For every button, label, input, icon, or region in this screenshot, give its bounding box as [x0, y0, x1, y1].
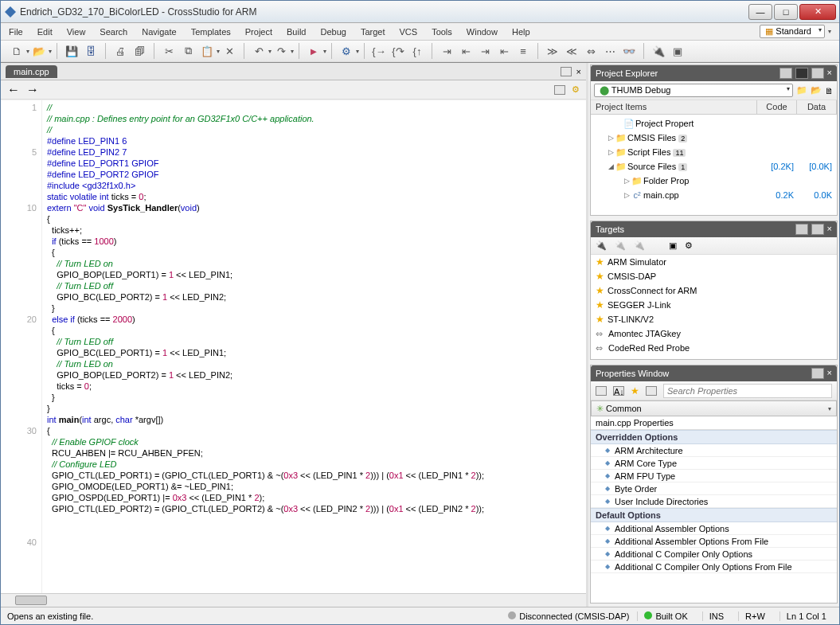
- tree-row[interactable]: ▷c²main.cpp0.2K0.0K: [591, 188, 837, 202]
- target-row[interactable]: ★CrossConnect for ARM: [591, 283, 837, 298]
- minimize-button[interactable]: —: [748, 4, 772, 20]
- format-icon[interactable]: ≡: [516, 44, 530, 58]
- tree-row[interactable]: 📄Project Propert: [591, 116, 837, 131]
- props-group[interactable]: Overridden Options: [591, 430, 837, 444]
- props-group[interactable]: Default Options: [591, 508, 837, 522]
- editor-opt2-icon[interactable]: ⚙: [572, 84, 580, 95]
- tg-tool1-icon[interactable]: 🔌: [596, 240, 607, 251]
- cut-icon[interactable]: ✂: [162, 44, 176, 58]
- props-row[interactable]: Additional Assembler Options From File: [591, 535, 837, 548]
- code-content[interactable]: //// main.cpp : Defines entry point for …: [42, 100, 586, 593]
- tree-row[interactable]: ▷📁Script Files 11: [591, 145, 837, 159]
- layout-combo[interactable]: ▦ Standard: [760, 25, 825, 38]
- horizontal-scrollbar[interactable]: [1, 593, 586, 607]
- props-row[interactable]: ARM Core Type: [591, 457, 837, 470]
- menu-templates[interactable]: Templates: [191, 27, 231, 37]
- outdent2-icon[interactable]: ⇤: [497, 44, 511, 58]
- props-row[interactable]: Additional Assembler Options: [591, 522, 837, 535]
- target-row[interactable]: ★CMSIS-DAP: [591, 269, 837, 283]
- copy-icon[interactable]: ⧉: [181, 44, 195, 58]
- outdent-icon[interactable]: ⇤: [459, 44, 473, 58]
- props-row[interactable]: Additional C Compiler Only Options From …: [591, 561, 837, 573]
- target-row[interactable]: ⇔Amontec JTAGkey: [591, 326, 837, 341]
- col-items[interactable]: Project Items: [591, 100, 757, 114]
- col-data[interactable]: Data: [797, 100, 837, 114]
- pe-btn2-icon[interactable]: [795, 68, 808, 79]
- properties-scope-combo[interactable]: ✳ Common ▾: [591, 400, 837, 416]
- redo-icon[interactable]: ↷: [274, 44, 288, 58]
- pr-grid-icon[interactable]: [646, 386, 657, 396]
- config-combo[interactable]: ⬤ THUMB Debug: [594, 84, 793, 97]
- pe-tool1-icon[interactable]: 📁: [796, 85, 807, 96]
- pe-btn1-icon[interactable]: [779, 68, 792, 79]
- save-all-icon[interactable]: 🗄: [84, 44, 98, 58]
- tab-close-icon[interactable]: ×: [576, 67, 581, 76]
- delete-icon[interactable]: ✕: [222, 44, 236, 58]
- step-out-icon[interactable]: {↑: [410, 44, 424, 58]
- nav-back-icon[interactable]: ←: [7, 83, 20, 97]
- tg-tool5-icon[interactable]: ⚙: [685, 240, 693, 251]
- menu-project[interactable]: Project: [245, 27, 272, 37]
- pe-close-icon[interactable]: ×: [827, 68, 832, 79]
- target-row[interactable]: ⇔CodeRed Red Probe: [591, 341, 837, 355]
- tree-row[interactable]: ▷📁CMSIS Files 2: [591, 131, 837, 145]
- nav2-icon[interactable]: ≪: [565, 44, 579, 58]
- pe-tool2-icon[interactable]: 📂: [811, 85, 822, 96]
- pe-tool3-icon[interactable]: 🗎: [825, 86, 834, 96]
- nav4-icon[interactable]: ⋯: [603, 44, 617, 58]
- target-row[interactable]: ★ARM Simulator: [591, 255, 837, 269]
- paste-icon[interactable]: 📋: [200, 44, 214, 58]
- tg-close-icon[interactable]: ×: [827, 224, 832, 235]
- pr-star-icon[interactable]: ★: [631, 385, 639, 396]
- tg-tool4-icon[interactable]: ▣: [669, 240, 677, 251]
- new-file-icon[interactable]: 🗋: [10, 44, 24, 58]
- pe-btn3-icon[interactable]: [811, 68, 824, 79]
- nav1-icon[interactable]: ≫: [545, 44, 560, 58]
- print-icon[interactable]: 🖨: [113, 44, 127, 58]
- close-button[interactable]: ✕: [799, 4, 836, 20]
- props-row[interactable]: Byte Order: [591, 482, 837, 495]
- editor-tab[interactable]: main.cpp: [6, 65, 57, 78]
- pr-btn1-icon[interactable]: [811, 368, 824, 379]
- chip-icon[interactable]: ▣: [670, 44, 685, 58]
- tree-row[interactable]: ◢📁Source Files 1[0.2K][0.0K]: [591, 159, 837, 174]
- target-row[interactable]: ★ST-LINK/V2: [591, 312, 837, 326]
- bookmark-icon[interactable]: ►: [307, 44, 321, 58]
- menu-overflow-icon[interactable]: ▾: [828, 28, 831, 35]
- tg-tool2-icon[interactable]: 🔌: [615, 240, 626, 251]
- col-code[interactable]: Code: [757, 100, 797, 114]
- build-icon[interactable]: ⚙: [339, 44, 354, 58]
- target-row[interactable]: ★SEGGER J-Link: [591, 298, 837, 312]
- print-preview-icon[interactable]: 🗐: [132, 44, 147, 58]
- tab-control-icon[interactable]: [561, 67, 572, 76]
- scrollbar-thumb[interactable]: [15, 596, 47, 605]
- tree-row[interactable]: ▷📁Folder Prop: [591, 174, 837, 188]
- glasses-icon[interactable]: 👓: [622, 44, 636, 58]
- menu-build[interactable]: Build: [287, 27, 306, 37]
- indent2-icon[interactable]: ⇥: [478, 44, 492, 58]
- nav-forward-icon[interactable]: →: [26, 83, 39, 97]
- tg-btn1-icon[interactable]: [795, 224, 808, 235]
- menu-vcs[interactable]: VCS: [400, 27, 418, 37]
- menu-target[interactable]: Target: [361, 27, 385, 37]
- menu-tools[interactable]: Tools: [432, 27, 452, 37]
- save-icon[interactable]: 💾: [64, 44, 79, 58]
- pr-cat-icon[interactable]: [596, 386, 607, 396]
- step-into-icon[interactable]: {→: [372, 44, 386, 58]
- props-row[interactable]: ARM Architecture: [591, 444, 837, 457]
- props-row[interactable]: ARM FPU Type: [591, 470, 837, 482]
- step-over-icon[interactable]: {↷: [391, 44, 405, 58]
- editor-opt1-icon[interactable]: [554, 85, 565, 95]
- props-row[interactable]: Additional C Compiler Only Options: [591, 548, 837, 561]
- maximize-button[interactable]: □: [774, 4, 798, 20]
- menu-view[interactable]: View: [67, 27, 86, 37]
- target-icon[interactable]: 🔌: [651, 44, 666, 58]
- props-row[interactable]: User Include Directories: [591, 495, 837, 508]
- menu-file[interactable]: File: [9, 27, 23, 37]
- menu-search[interactable]: Search: [100, 27, 127, 37]
- menu-help[interactable]: Help: [512, 27, 530, 37]
- menu-navigate[interactable]: Navigate: [142, 27, 176, 37]
- indent-icon[interactable]: ⇥: [440, 44, 454, 58]
- undo-icon[interactable]: ↶: [252, 44, 266, 58]
- nav3-icon[interactable]: ⇔: [584, 44, 598, 58]
